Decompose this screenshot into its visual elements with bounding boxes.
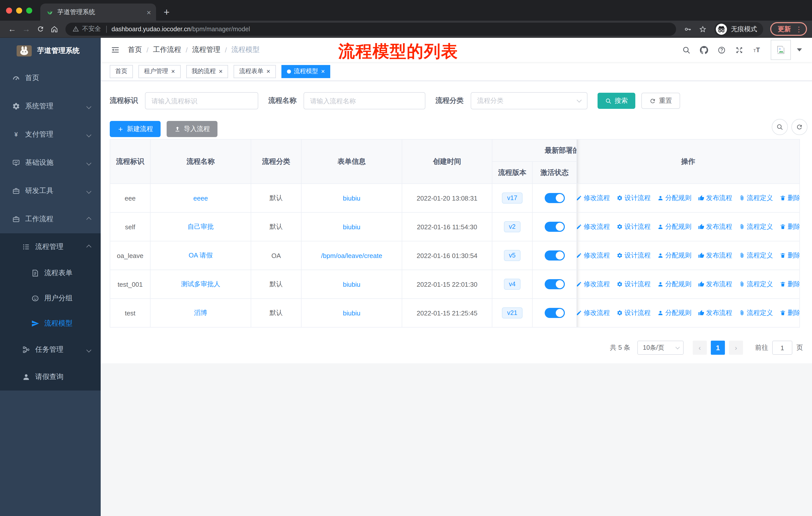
- prev-page-button[interactable]: ‹: [693, 341, 707, 355]
- sidebar-item-task-manage[interactable]: 任务管理: [0, 336, 101, 363]
- help-icon[interactable]: [717, 46, 726, 54]
- action-delete[interactable]: 删除: [780, 308, 800, 318]
- sidebar-item-process-manage[interactable]: 流程管理: [0, 233, 101, 261]
- sidebar-item-process-form[interactable]: 流程表单: [0, 261, 101, 286]
- avatar-caret-icon[interactable]: [797, 48, 802, 51]
- fullscreen-icon[interactable]: [735, 46, 744, 54]
- minimize-window-button[interactable]: [16, 7, 22, 13]
- action-design[interactable]: 设计流程: [616, 280, 651, 289]
- sidebar-item-user-group[interactable]: 用户分组: [0, 286, 101, 311]
- create-model-button[interactable]: 新建流程: [110, 121, 161, 137]
- collapse-sidebar-icon[interactable]: [111, 45, 120, 54]
- action-definition[interactable]: 流程定义: [739, 308, 773, 318]
- action-delete[interactable]: 删除: [780, 193, 800, 202]
- action-assign[interactable]: 分配规则: [657, 222, 691, 231]
- breadcrumb-home[interactable]: 首页: [128, 45, 142, 54]
- model-name-link[interactable]: OA 请假: [188, 251, 212, 259]
- font-size-icon[interactable]: [753, 45, 762, 54]
- browser-menu-icon[interactable]: ⋮: [795, 25, 803, 33]
- action-modify[interactable]: 修改流程: [577, 193, 610, 202]
- model-name-link[interactable]: 滔博: [194, 309, 207, 317]
- action-delete[interactable]: 删除: [780, 251, 800, 260]
- view-tag[interactable]: 首页: [110, 65, 133, 78]
- sidebar-item-process-model[interactable]: 流程模型: [0, 311, 101, 336]
- version-badge[interactable]: v2: [504, 221, 521, 232]
- action-assign[interactable]: 分配规则: [657, 308, 691, 318]
- new-tab-button[interactable]: +: [159, 4, 174, 20]
- action-design[interactable]: 设计流程: [616, 308, 651, 318]
- view-tag[interactable]: 我的流程×: [186, 65, 228, 78]
- version-badge[interactable]: v5: [504, 250, 521, 261]
- action-modify[interactable]: 修改流程: [577, 251, 610, 260]
- action-definition[interactable]: 流程定义: [739, 280, 773, 289]
- page-1-button[interactable]: 1: [711, 341, 725, 355]
- breadcrumb-workflow[interactable]: 工作流程: [153, 45, 181, 54]
- security-label[interactable]: 不安全: [82, 25, 101, 33]
- address-bar[interactable]: 不安全 dashboard.yudao.iocoder.cn/bpm/manag…: [65, 22, 676, 35]
- action-modify[interactable]: 修改流程: [577, 280, 610, 289]
- update-button[interactable]: 更新 ⋮: [770, 22, 807, 36]
- close-window-button[interactable]: [6, 7, 12, 13]
- action-modify[interactable]: 修改流程: [577, 222, 610, 231]
- tab-close-icon[interactable]: ×: [146, 8, 151, 16]
- sidebar-item-payment[interactable]: 支付管理: [0, 120, 101, 148]
- breadcrumb-process-manage[interactable]: 流程管理: [192, 45, 221, 54]
- show-search-button[interactable]: [772, 119, 788, 135]
- sidebar-item-home[interactable]: 首页: [0, 64, 101, 92]
- github-icon[interactable]: [700, 46, 708, 54]
- action-design[interactable]: 设计流程: [616, 251, 651, 260]
- action-publish[interactable]: 发布流程: [698, 222, 732, 231]
- sidebar-item-devtools[interactable]: 研发工具: [0, 177, 101, 205]
- action-publish[interactable]: 发布流程: [698, 193, 732, 202]
- refresh-table-button[interactable]: [791, 119, 808, 135]
- action-publish[interactable]: 发布流程: [698, 308, 732, 318]
- category-select[interactable]: 流程分类: [471, 92, 587, 109]
- browser-tab[interactable]: 芋道管理系统 ×: [40, 3, 156, 21]
- action-definition[interactable]: 流程定义: [739, 222, 773, 231]
- action-assign[interactable]: 分配规则: [657, 251, 691, 260]
- sidebar-item-infra[interactable]: 基础设施: [0, 148, 101, 177]
- active-status-toggle[interactable]: [545, 279, 564, 289]
- action-definition[interactable]: 流程定义: [739, 251, 773, 260]
- model-name-input[interactable]: [303, 92, 425, 109]
- close-icon[interactable]: ×: [219, 68, 223, 75]
- action-design[interactable]: 设计流程: [616, 193, 651, 202]
- model-id-input[interactable]: [145, 92, 258, 109]
- version-badge[interactable]: v17: [502, 192, 522, 203]
- password-key-icon[interactable]: [681, 22, 694, 35]
- reset-button[interactable]: 重置: [641, 93, 680, 109]
- sidebar-item-system[interactable]: 系统管理: [0, 92, 101, 120]
- avatar[interactable]: [771, 40, 791, 60]
- action-delete[interactable]: 删除: [780, 280, 800, 289]
- sidebar-item-workflow[interactable]: 工作流程: [0, 205, 101, 233]
- forward-button[interactable]: →: [19, 22, 33, 36]
- view-tag[interactable]: 流程模型×: [282, 65, 330, 78]
- import-model-button[interactable]: 导入流程: [167, 121, 218, 137]
- view-tag[interactable]: 流程表单×: [234, 65, 276, 78]
- action-publish[interactable]: 发布流程: [698, 280, 732, 289]
- form-info-link[interactable]: biubiu: [343, 194, 360, 202]
- version-badge[interactable]: v4: [504, 279, 521, 290]
- action-assign[interactable]: 分配规则: [657, 193, 691, 202]
- action-definition[interactable]: 流程定义: [739, 193, 773, 202]
- model-name-link[interactable]: eeee: [193, 194, 208, 202]
- action-design[interactable]: 设计流程: [616, 222, 651, 231]
- home-button[interactable]: [47, 22, 61, 36]
- search-button[interactable]: 搜索: [598, 93, 635, 109]
- model-name-link[interactable]: 自己审批: [187, 223, 214, 230]
- action-delete[interactable]: 删除: [780, 222, 800, 231]
- action-modify[interactable]: 修改流程: [577, 308, 610, 318]
- view-tag[interactable]: 租户管理×: [139, 65, 180, 78]
- next-page-button[interactable]: ›: [729, 341, 743, 355]
- close-icon[interactable]: ×: [171, 68, 175, 75]
- sidebar-item-leave-query[interactable]: 请假查询: [0, 363, 101, 390]
- model-name-link[interactable]: 测试多审批人: [181, 280, 220, 288]
- active-status-toggle[interactable]: [545, 308, 564, 318]
- close-icon[interactable]: ×: [321, 68, 325, 75]
- action-assign[interactable]: 分配规则: [657, 280, 691, 289]
- close-icon[interactable]: ×: [266, 68, 270, 75]
- form-info-link[interactable]: biubiu: [343, 280, 360, 288]
- action-publish[interactable]: 发布流程: [698, 251, 732, 260]
- active-status-toggle[interactable]: [545, 250, 564, 261]
- form-info-link[interactable]: biubiu: [343, 309, 360, 317]
